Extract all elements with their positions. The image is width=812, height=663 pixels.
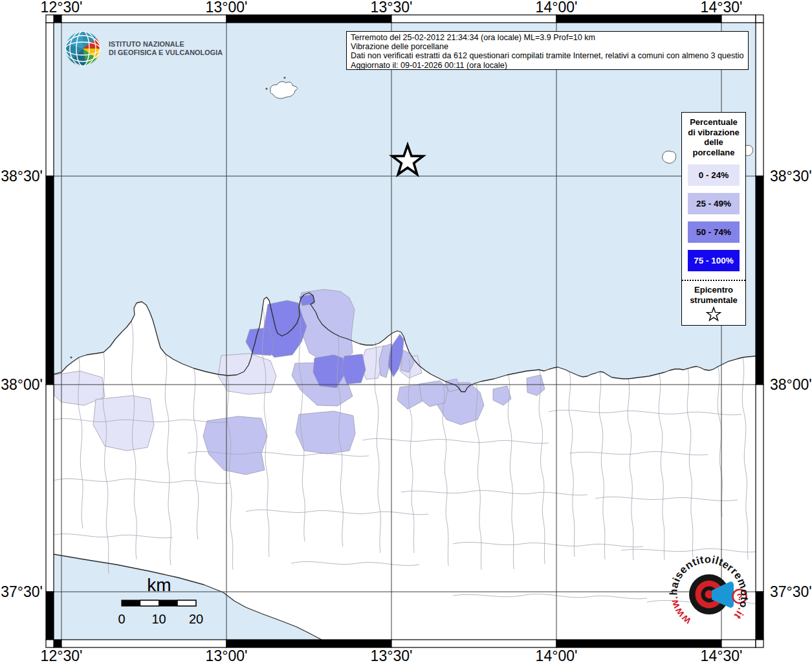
axis-bottom-12-30: 12°30'	[41, 649, 83, 663]
axis-top-14-30: 14°30'	[701, 0, 743, 14]
legend-swatch-25-49: 25 - 49%	[688, 193, 740, 214]
axis-top-13-30: 13°30'	[371, 0, 413, 14]
axis-bottom-14-00: 14°00'	[536, 649, 578, 663]
legend-title: Percentuale di vibrazione delle porcella…	[682, 117, 745, 157]
axis-bottom-13-00: 13°00'	[206, 649, 248, 663]
map-page: km 0 10 20	[0, 0, 812, 663]
axis-left-38-30: 38°30'	[1, 168, 43, 185]
axis-right-37-30: 37°30'	[770, 583, 812, 601]
axis-top-12-30: 12°30'	[41, 0, 83, 14]
islet-dot	[70, 356, 72, 358]
axis-top-14-00: 14°00'	[536, 0, 578, 14]
scale-unit-label: km	[147, 575, 171, 595]
svg-text:0: 0	[118, 612, 125, 626]
axis-bottom-13-30: 13°30'	[371, 649, 413, 663]
legend-epicenter-star-icon	[682, 306, 745, 326]
legend-swatch-50-74: 50 - 74%	[688, 221, 740, 243]
info-line-event: Terremoto del 25-02-2012 21:34:34 (ora l…	[351, 33, 744, 42]
info-line-source: Dati non verificati estratti da 612 ques…	[351, 51, 744, 60]
axis-left-38-00: 38°00'	[1, 376, 43, 394]
legend-divider	[682, 280, 745, 281]
axis-bottom-14-30: 14°30'	[701, 649, 743, 663]
island-alicudi	[663, 151, 676, 163]
map-canvas: km 0 10 20	[0, 0, 812, 663]
svg-text:10: 10	[151, 612, 166, 626]
info-line-type: Vibrazione delle porcellane	[351, 42, 744, 51]
legend: Percentuale di vibrazione delle porcella…	[681, 112, 746, 326]
earthquake-info-box: Terremoto del 25-02-2012 21:34:34 (ora l…	[346, 31, 749, 70]
legend-epicenter-label: Epicentro strumentale	[682, 285, 745, 305]
svg-text:20: 20	[189, 612, 203, 626]
info-line-updated: Aggiornato il: 09-01-2026 00:11 (ora loc…	[351, 61, 744, 70]
axis-top-13-00: 13°00'	[206, 0, 248, 14]
axis-left-37-30: 37°30'	[1, 583, 43, 601]
axis-right-38-30: 38°30'	[770, 168, 812, 185]
ingv-logo: ISTITUTO NAZIONALE DI GEOFISICA E VULCAN…	[63, 29, 223, 68]
axis-right-38-00: 38°00'	[770, 376, 812, 394]
ingv-globe-icon	[63, 29, 102, 68]
ingv-wordmark: ISTITUTO NAZIONALE DI GEOFISICA E VULCAN…	[109, 40, 223, 58]
legend-swatch-75-100: 75 - 100%	[688, 250, 740, 271]
legend-swatch-0-24: 0 - 24%	[688, 164, 740, 186]
